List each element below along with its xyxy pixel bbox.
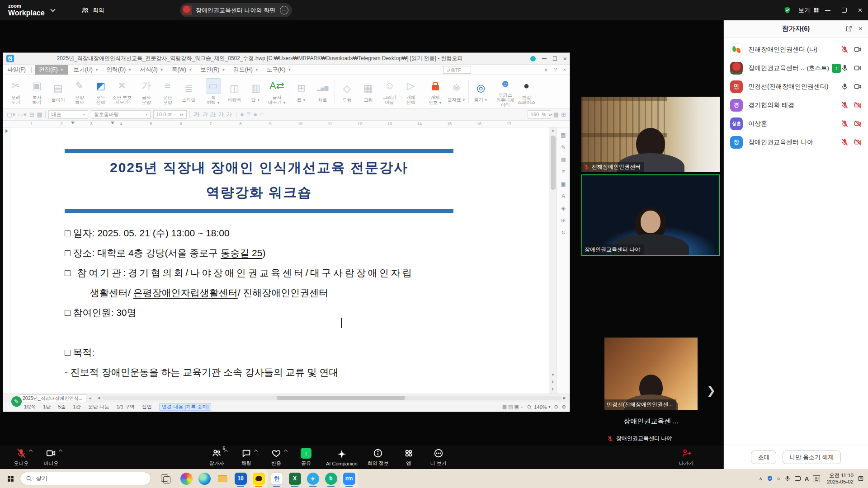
menubar-close-icon[interactable]: ×: [563, 67, 566, 73]
camera-off-icon[interactable]: [854, 120, 862, 127]
scroll-up-icon[interactable]: ▲: [551, 127, 555, 134]
side-tool-icon[interactable]: ▤: [561, 132, 566, 138]
scroll-left-icon[interactable]: ◀: [95, 396, 102, 400]
ribbon-button-표[interactable]: ⊞표 ▼: [291, 80, 312, 103]
더 보기-button[interactable]: 더 보기: [429, 448, 448, 467]
camera-icon[interactable]: [854, 64, 862, 72]
menu-검토(H)[interactable]: 검토(H)▼: [229, 65, 262, 75]
participant-row[interactable]: 장장애인권교육센터 나야: [724, 133, 868, 151]
menu-보기(U)[interactable]: 보기(U)▼: [70, 65, 103, 75]
side-tool-icon[interactable]: ⊞: [561, 217, 566, 224]
공유-button[interactable]: ↑공유: [296, 448, 316, 467]
ribbon-button-문단-모양[interactable]: ≡문단 모양: [157, 78, 178, 105]
page-down-icon[interactable]: ⇟: [551, 386, 555, 393]
taskbar-app-edge-browser[interactable]: [195, 469, 213, 488]
hwp-titlebar[interactable]: 한 2025년_직장내장애인인식개선교육_전문강사_역량강화_워크숍_제안_05…: [3, 53, 570, 65]
ribbon-button-스타일[interactable]: ≣스타일: [178, 81, 199, 103]
print-icon[interactable]: ⊟: [29, 111, 34, 118]
ribbon-button-쪽-여백[interactable]: ▭쪽 여백 ▼: [203, 78, 224, 105]
zoom-control[interactable]: 140% ▾: [527, 404, 550, 410]
hwp-minimize-button[interactable]: [542, 58, 547, 59]
ribbon-button-오피스-커뮤니케이터[interactable]: ☻오피스 커뮤니케이터: [495, 76, 516, 108]
leave-meeting-button[interactable]: 나가기: [676, 448, 696, 467]
horizontal-ruler[interactable]: 1234567891011121314151617: [3, 121, 570, 127]
zoom-out-button[interactable]: ⊖: [554, 404, 558, 410]
share-pill-more-icon[interactable]: ⋯: [280, 6, 288, 14]
taskbar-search[interactable]: 찾기: [20, 472, 151, 485]
task-view-button[interactable]: [159, 473, 171, 484]
open-folder-icon[interactable]: ▭▾: [18, 111, 27, 118]
text-style-buttons[interactable]: 가가가가가: [193, 111, 233, 118]
ribbon-button-그림[interactable]: ▦그림: [358, 81, 379, 103]
line-spacing-control[interactable]: 160 %▴▾ ▦⊞: [528, 110, 566, 119]
ribbon-button-모양-복사[interactable]: ✎모양 복사: [69, 78, 90, 105]
camera-off-icon[interactable]: [854, 101, 862, 109]
participant-row[interactable]: 장애인권교육센터 ...(호스트)↑: [724, 59, 868, 77]
ribbon-button-개체-선택[interactable]: ▷개체 선택: [400, 78, 421, 105]
participant-row[interactable]: 진해장애인인권센터 (나): [724, 40, 868, 59]
ribbon-button-조판 부호-지우기[interactable]: ✕조판 부호 지우기: [111, 78, 132, 105]
view-mode-icons[interactable]: ▦ ▤ ▣ ≡: [502, 404, 524, 410]
menu-보안(R)[interactable]: 보안(R)▼: [196, 65, 229, 75]
참가자-button[interactable]: 6참가자: [207, 448, 226, 467]
document-tab[interactable]: 2025년_직장내장애인인식...: [19, 394, 86, 402]
participant-row[interactable]: 경경기협의회 태경: [724, 96, 868, 114]
minimize-button[interactable]: [825, 10, 830, 11]
ribbon-button-글자-모양[interactable]: 가글자 모양: [136, 78, 157, 105]
camera-icon[interactable]: [854, 83, 862, 90]
vertical-ruler[interactable]: [3, 127, 10, 394]
scrollbar-thumb[interactable]: [551, 136, 556, 190]
start-button[interactable]: [3, 471, 18, 486]
screen-share-pill[interactable]: 장애인권교육센터 나야의 화면 ⋯: [180, 3, 292, 17]
ime-mode-a[interactable]: A: [805, 475, 809, 482]
indent-marker[interactable]: [71, 122, 75, 124]
side-tool-icon[interactable]: A: [561, 193, 565, 199]
document-page[interactable]: 2025년 직장내 장애인 인식개선교육 전문강사 역량강화 워크숍 □ 일자:…: [10, 127, 549, 394]
video-thumbnail-3[interactable]: 민경선(진해장애인인권센...: [604, 338, 698, 410]
taskbar-app-telegram[interactable]: ✈: [304, 469, 322, 488]
회의 정보-button[interactable]: 회의 정보: [368, 448, 389, 467]
ribbon-button-글자-바꾸기[interactable]: A⇄글자 바꾸기 ▼: [266, 78, 288, 105]
taskbar-app-file-explorer[interactable]: [213, 469, 231, 488]
view-button[interactable]: 보기: [798, 6, 819, 14]
restore-button[interactable]: [842, 8, 847, 13]
side-tool-icon[interactable]: ✎: [561, 144, 566, 150]
taskbar-app-band[interactable]: b: [322, 469, 340, 488]
preview-icon[interactable]: ▤: [37, 111, 42, 118]
tab-meeting[interactable]: 회의: [81, 6, 104, 14]
scroll-right-icon[interactable]: ▶: [561, 396, 568, 400]
오디오-button[interactable]: 오디오: [11, 448, 31, 467]
hwp-close-button[interactable]: ×: [563, 56, 567, 62]
unmute-all-button[interactable]: 나만 음소거 해제: [783, 450, 840, 464]
tray-mic-icon[interactable]: [784, 475, 791, 482]
taskbar-app-zoom[interactable]: zm: [340, 469, 358, 488]
new-doc-icon[interactable]: ▢▾: [7, 111, 15, 118]
ribbon-button-문자표[interactable]: ※문자표 ▼: [446, 80, 467, 103]
quick-search-input[interactable]: 교육TF: [443, 66, 471, 74]
antivirus-shield-icon[interactable]: [767, 475, 773, 482]
camera-icon[interactable]: [854, 46, 862, 53]
taskbar-app-hwp[interactable]: 한: [268, 469, 286, 488]
ribbon-button-한컴-스페이스[interactable]: ●한컴 스페이스: [516, 78, 537, 105]
side-tool-icon[interactable]: ▣: [561, 181, 566, 187]
participant-row[interactable]: 상훈이상훈: [724, 114, 868, 133]
hscroll-thumb[interactable]: [277, 396, 406, 400]
비디오-button[interactable]: 비디오: [41, 448, 61, 467]
invite-button[interactable]: 초대: [751, 450, 776, 464]
help-icon[interactable]: ?: [554, 67, 557, 73]
chevron-up-icon[interactable]: [59, 450, 62, 453]
camera-off-icon[interactable]: [854, 138, 862, 146]
menu-편집(E)[interactable]: 편집(E)▼: [35, 65, 68, 75]
채팅-button[interactable]: 채팅: [236, 448, 256, 467]
close-button[interactable]: ×: [858, 6, 863, 14]
popout-icon[interactable]: [845, 25, 852, 32]
expand-strip-chevron[interactable]: ❯: [707, 384, 716, 397]
menu-도구(K)[interactable]: 도구(K)▼: [263, 65, 296, 75]
mic-muted-icon[interactable]: [841, 138, 849, 146]
chevron-down-icon[interactable]: [50, 7, 55, 12]
mic-icon[interactable]: [841, 64, 849, 72]
taskbar-app-kakaotalk[interactable]: [250, 469, 268, 488]
side-tool-icon[interactable]: ↻: [561, 230, 566, 236]
ribbon-button-모두-선택[interactable]: ◩모두 선택: [90, 78, 111, 105]
page-up-icon[interactable]: ⇞: [551, 379, 555, 385]
